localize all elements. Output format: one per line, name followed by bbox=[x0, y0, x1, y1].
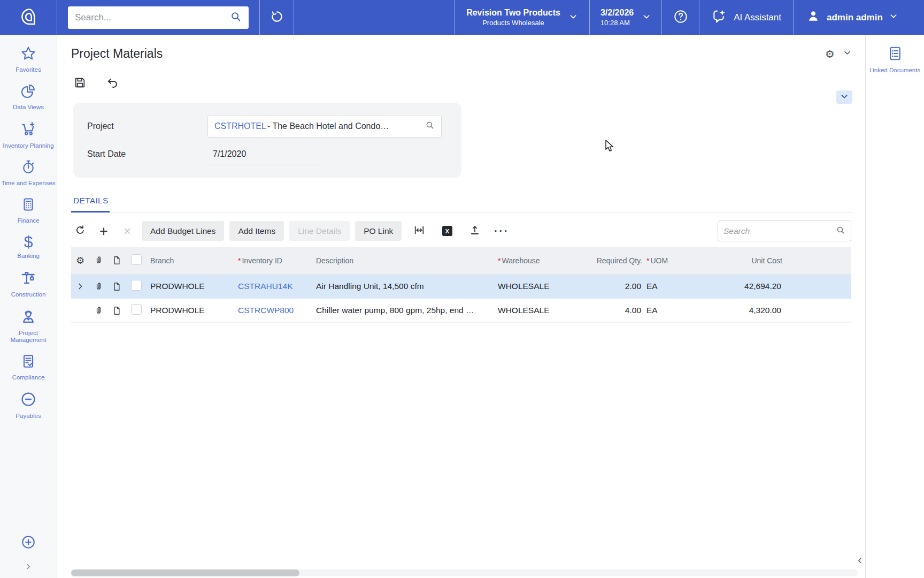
chevron-down-icon bbox=[642, 12, 651, 23]
grid-search-box[interactable] bbox=[718, 220, 851, 241]
column-header-inventory-id[interactable]: *Inventory ID bbox=[238, 256, 316, 265]
cell-warehouse[interactable]: WHOLESALE bbox=[498, 306, 587, 315]
chevron-down-icon[interactable] bbox=[843, 49, 851, 59]
mouse-cursor bbox=[605, 140, 617, 155]
row-paperclip-icon[interactable] bbox=[89, 306, 107, 316]
export-to-excel-button[interactable]: X bbox=[438, 222, 456, 241]
column-header-uom[interactable]: *UOM bbox=[646, 256, 706, 265]
sidebar-item-label: Construction bbox=[11, 291, 46, 298]
sidebar-item-label: Favorites bbox=[16, 66, 41, 73]
cell-branch[interactable]: PRODWHOLE bbox=[150, 282, 238, 291]
cell-uom[interactable]: EA bbox=[646, 306, 706, 315]
cell-unit-cost[interactable]: 4,320.00 bbox=[706, 306, 787, 315]
linked-documents-button[interactable]: Linked Documents bbox=[869, 45, 920, 74]
column-header-required-qty[interactable]: Required Qty. bbox=[587, 256, 646, 265]
column-header-branch[interactable]: Branch bbox=[150, 256, 238, 265]
company-selector[interactable]: Revision Two Products Products Wholesale bbox=[454, 0, 589, 35]
grid-header-row: ⚙ Branch *Inventory ID Description *Ware… bbox=[71, 247, 851, 275]
undo-button[interactable] bbox=[106, 76, 119, 91]
cell-branch[interactable]: PRODWHOLE bbox=[150, 306, 238, 315]
cell-required-qty[interactable]: 2.00 bbox=[587, 282, 646, 291]
cell-warehouse[interactable]: WHOLESALE bbox=[498, 282, 587, 291]
scrollbar-thumb[interactable] bbox=[71, 569, 299, 576]
ai-assistant-button[interactable]: AI Assistant bbox=[699, 0, 793, 35]
panel-collapse-icon[interactable]: ‹ bbox=[858, 554, 862, 565]
refresh-button[interactable] bbox=[71, 222, 89, 241]
cell-inventory-id-link[interactable]: CSTRAHU14K bbox=[238, 282, 293, 291]
add-workspace-button[interactable] bbox=[20, 534, 36, 552]
cell-description[interactable]: Air Handling Unit, 14,500 cfm bbox=[316, 282, 498, 291]
sidebar-item-finance[interactable]: Finance bbox=[0, 196, 57, 224]
sidebar-item-compliance[interactable]: Compliance bbox=[0, 353, 57, 381]
sidebar-item-favorites[interactable]: Favorites bbox=[0, 45, 57, 73]
required-marker: * bbox=[238, 256, 241, 265]
expand-row-chevron-icon[interactable] bbox=[71, 282, 89, 291]
row-note-icon[interactable] bbox=[107, 306, 126, 316]
sidebar-expand-icon[interactable]: › bbox=[26, 561, 30, 572]
line-details-button[interactable]: Line Details bbox=[289, 221, 350, 241]
sidebar-item-data-views[interactable]: Data Views bbox=[0, 83, 57, 111]
tab-details[interactable]: DETAILS bbox=[71, 194, 110, 212]
sidebar-item-project-management[interactable]: Project Management bbox=[0, 308, 57, 344]
lookup-search-icon[interactable] bbox=[425, 120, 435, 132]
collapse-form-button[interactable] bbox=[836, 90, 852, 104]
project-id-link[interactable]: CSTRHOTEL bbox=[214, 121, 266, 131]
business-date: 3/2/2026 bbox=[600, 8, 634, 18]
add-items-button[interactable]: Add Items bbox=[229, 221, 284, 241]
cell-uom[interactable]: EA bbox=[646, 282, 706, 291]
dollar-icon: $ bbox=[24, 234, 33, 250]
sidebar-item-payables[interactable]: Payables bbox=[0, 391, 57, 420]
import-upload-button[interactable] bbox=[466, 222, 484, 241]
sidebar-item-time-and-expenses[interactable]: Time and Expenses bbox=[0, 159, 57, 187]
save-button[interactable] bbox=[73, 76, 87, 91]
grid-search-input[interactable] bbox=[723, 226, 836, 236]
row-checkbox[interactable] bbox=[131, 304, 142, 315]
global-search-box[interactable] bbox=[68, 6, 249, 29]
column-header-unit-cost[interactable]: Unit Cost bbox=[706, 256, 787, 265]
cell-inventory-id-link[interactable]: CSTRCWP800 bbox=[238, 306, 294, 315]
po-link-button[interactable]: PO Link bbox=[355, 221, 402, 241]
add-row-button[interactable]: + bbox=[95, 222, 113, 241]
timer-button[interactable] bbox=[259, 0, 294, 35]
sidebar-item-inventory-planning[interactable]: Inventory Planning bbox=[0, 120, 57, 149]
app-logo[interactable] bbox=[0, 0, 57, 35]
sidebar-item-label: Banking bbox=[17, 253, 40, 260]
attachments-column-paperclip-icon bbox=[89, 255, 107, 265]
business-date-selector[interactable]: 3/2/2026 10:28 AM bbox=[589, 0, 661, 35]
column-settings-gear-icon[interactable]: ⚙ bbox=[76, 255, 84, 267]
select-all-checkbox[interactable] bbox=[131, 254, 142, 265]
star-icon bbox=[20, 45, 36, 64]
sidebar-item-banking[interactable]: $ Banking bbox=[0, 234, 57, 260]
search-icon[interactable] bbox=[230, 11, 242, 25]
grid-row-1[interactable]: PRODWHOLE CSTRAHU14K Air Handling Unit, … bbox=[71, 275, 851, 299]
fit-width-button[interactable] bbox=[410, 222, 428, 241]
sidebar-item-label: Inventory Planning bbox=[3, 142, 53, 149]
help-button[interactable] bbox=[661, 0, 699, 35]
cell-description[interactable]: Chiller water pump, 800 gpm, 25hp, end … bbox=[316, 306, 498, 315]
horizontal-scrollbar[interactable] bbox=[71, 569, 858, 576]
row-checkbox[interactable] bbox=[131, 280, 142, 291]
column-header-warehouse[interactable]: *Warehouse bbox=[498, 256, 587, 265]
search-icon[interactable] bbox=[836, 225, 845, 237]
grid-row-2[interactable]: PRODWHOLE CSTRCWP800 Chiller water pump,… bbox=[71, 299, 851, 323]
upload-icon bbox=[469, 224, 481, 238]
sidebar-item-construction[interactable]: Construction bbox=[0, 269, 57, 298]
column-header-description[interactable]: Description bbox=[316, 256, 498, 265]
row-note-icon[interactable] bbox=[107, 282, 126, 292]
user-menu[interactable]: admin admin bbox=[793, 0, 924, 35]
more-actions-button[interactable]: ··· bbox=[492, 222, 511, 241]
global-search-input[interactable] bbox=[75, 12, 230, 23]
screen-settings-gear-icon[interactable]: ⚙ bbox=[825, 48, 835, 60]
delete-x-icon: × bbox=[124, 226, 131, 237]
delete-row-button[interactable]: × bbox=[118, 222, 136, 241]
row-paperclip-icon[interactable] bbox=[89, 282, 107, 292]
cell-required-qty[interactable]: 4.00 bbox=[587, 306, 646, 315]
acumatica-logo-icon bbox=[18, 6, 38, 29]
sidebar-item-label: Time and Expenses bbox=[1, 180, 55, 187]
cell-unit-cost[interactable]: 42,694.20 bbox=[706, 282, 787, 291]
project-field[interactable]: CSTRHOTEL - The Beach Hotel and Condo… bbox=[207, 116, 442, 138]
start-date-field[interactable]: 7/1/2020 bbox=[207, 144, 324, 164]
add-budget-lines-button[interactable]: Add Budget Lines bbox=[142, 221, 224, 241]
linked-documents-label: Linked Documents bbox=[869, 67, 920, 74]
required-marker: * bbox=[498, 256, 500, 265]
